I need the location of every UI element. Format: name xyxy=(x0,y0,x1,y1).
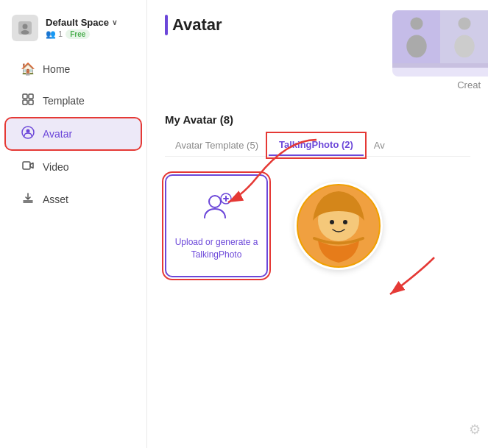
video-icon xyxy=(21,160,35,174)
template-icon xyxy=(21,93,35,108)
sidebar-item-home[interactable]: 🏠 Home xyxy=(6,54,141,83)
tab-av[interactable]: Av xyxy=(364,135,395,155)
title-accent xyxy=(165,15,168,35)
svg-point-11 xyxy=(406,35,426,57)
baby-avatar[interactable] xyxy=(294,182,383,270)
sidebar-item-template-label: Template xyxy=(43,95,85,107)
sidebar-item-asset-label: Asset xyxy=(43,193,68,205)
avatar-icon xyxy=(21,126,35,142)
upload-talkingphoto-card[interactable]: Upload or generate a TalkingPhoto xyxy=(165,174,268,277)
free-badge: Free xyxy=(66,29,90,39)
sidebar-item-video-label: Video xyxy=(43,161,69,173)
section-label: My Avatar (8) xyxy=(165,113,470,126)
gear-icon[interactable]: ⚙ xyxy=(469,422,481,438)
svg-rect-4 xyxy=(29,94,33,99)
main-content: Avatar Creat My Avatar (8) Avatar Templa… xyxy=(147,0,488,448)
preview-img-top-right xyxy=(440,10,488,63)
svg-point-20 xyxy=(330,220,334,224)
svg-rect-6 xyxy=(29,100,33,104)
tabs-row: Avatar Template (5) TalkingPhoto (2) Av xyxy=(165,135,470,157)
workspace-users: 👥 1 xyxy=(46,29,63,39)
sidebar-item-avatar-label: Avatar xyxy=(43,128,72,140)
cards-row: Upload or generate a TalkingPhoto xyxy=(165,174,470,277)
svg-point-2 xyxy=(21,30,29,35)
preview-card[interactable] xyxy=(392,10,488,77)
sidebar-item-home-label: Home xyxy=(43,63,70,75)
workspace-name: Default Space ∨ xyxy=(46,17,117,28)
tab-talkingphoto[interactable]: TalkingPhoto (2) xyxy=(269,135,364,156)
sidebar: Default Space ∨ 👥 1 Free 🏠 Home Template xyxy=(0,0,147,448)
chevron-down-icon: ∨ xyxy=(112,18,117,26)
svg-point-14 xyxy=(209,196,221,207)
upload-person-icon xyxy=(200,191,233,230)
svg-point-8 xyxy=(26,129,30,133)
svg-point-21 xyxy=(343,220,347,224)
svg-point-1 xyxy=(23,24,28,29)
create-label: Creat xyxy=(457,79,481,90)
sidebar-item-avatar[interactable]: Avatar xyxy=(6,118,141,149)
home-icon: 🏠 xyxy=(21,62,35,76)
workspace-meta: 👥 1 Free xyxy=(46,29,117,39)
sidebar-item-template[interactable]: Template xyxy=(6,86,141,115)
upload-label: Upload or generate a TalkingPhoto xyxy=(166,236,266,261)
sidebar-item-video[interactable]: Video xyxy=(6,152,141,182)
svg-rect-9 xyxy=(23,162,30,169)
svg-rect-3 xyxy=(23,94,27,99)
sidebar-item-asset[interactable]: Asset xyxy=(6,185,141,214)
svg-point-13 xyxy=(454,35,474,57)
tab-avatar-template[interactable]: Avatar Template (5) xyxy=(165,135,269,155)
svg-point-12 xyxy=(458,17,470,29)
workspace-avatar-icon xyxy=(12,15,38,41)
page-title: Avatar xyxy=(172,15,222,35)
svg-point-10 xyxy=(410,17,422,29)
asset-icon xyxy=(21,192,35,207)
workspace-header[interactable]: Default Space ∨ 👥 1 Free xyxy=(0,9,146,53)
preview-img-top-left xyxy=(392,10,440,63)
workspace-info: Default Space ∨ 👥 1 Free xyxy=(46,17,117,39)
svg-rect-5 xyxy=(23,100,27,104)
